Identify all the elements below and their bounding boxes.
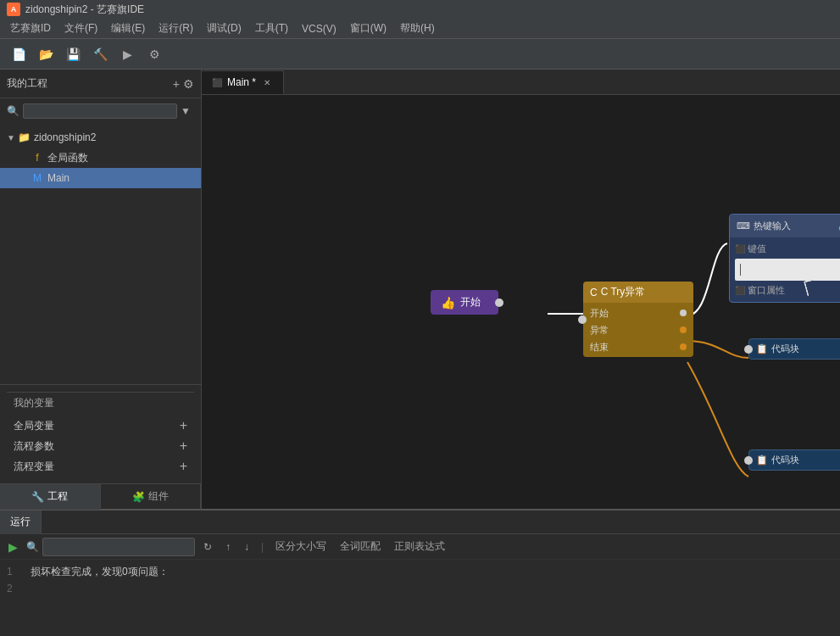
- add-item-button[interactable]: +: [173, 77, 180, 91]
- bottom-tab-run[interactable]: 运行: [0, 510, 42, 534]
- try-end-out-port[interactable]: [680, 343, 687, 350]
- tree-item-globalfunc[interactable]: f 全局函数: [0, 148, 201, 168]
- canvas[interactable]: 👍 开始 C C Try异常 开始 异常: [202, 95, 840, 509]
- node-code1[interactable]: 📋 代码块: [748, 338, 840, 360]
- hotkey-actions: 🔗 ⋮: [832, 218, 840, 234]
- code2-input-port[interactable]: [744, 456, 753, 465]
- toolbar-save-btn[interactable]: 💾: [61, 42, 85, 66]
- try-header: C C Try异常: [583, 282, 693, 303]
- tab-close-button[interactable]: ✕: [261, 76, 273, 88]
- try-start-label: 开始: [590, 307, 609, 320]
- component-tab-label: 组件: [148, 489, 169, 504]
- case-sensitive-btn[interactable]: 区分大小写: [270, 538, 331, 556]
- run-line-text-1: 损坏检查完成，发现0项问题：: [31, 563, 169, 580]
- folder-icon: 📁: [17, 131, 31, 144]
- tab-main[interactable]: ⬛ Main * ✕: [202, 70, 284, 94]
- try-body: 开始 异常 结束: [583, 303, 693, 357]
- hotkey-icon: ⌨: [737, 220, 750, 232]
- menu-item-vcs[interactable]: VCS(V): [295, 21, 343, 36]
- menu-item-debug[interactable]: 调试(D): [200, 20, 248, 37]
- var-global-label: 全局变量: [14, 419, 54, 433]
- sidebar-tab-project[interactable]: 🔧 工程: [0, 484, 101, 510]
- node-start[interactable]: 👍 开始: [431, 290, 498, 315]
- bottom-tabs: 运行: [0, 510, 840, 534]
- tree-root[interactable]: ▼ 📁 zidongshipin2: [0, 127, 201, 148]
- cursor-blink: [740, 264, 741, 276]
- var-row-global: 全局变量 +: [7, 416, 194, 436]
- titlebar: A zidongshipin2 - 艺赛旗IDE: [0, 0, 840, 19]
- node-try[interactable]: C C Try异常 开始 异常 结束: [583, 282, 693, 357]
- search-input[interactable]: [23, 103, 177, 119]
- app-logo: A: [7, 3, 20, 16]
- code2-header: 📋 代码块: [749, 450, 840, 470]
- try-start-out-port[interactable]: [680, 310, 687, 316]
- arrow-up-button[interactable]: ↑: [220, 539, 236, 555]
- var-flow-label: 流程变量: [14, 460, 54, 474]
- try-end-label: 结束: [590, 341, 609, 354]
- toolbar-new-btn[interactable]: 📄: [7, 42, 31, 66]
- run-line-num-2: 2: [7, 580, 24, 597]
- whole-word-btn[interactable]: 全词匹配: [335, 538, 386, 556]
- run-line-1: 1 损坏检查完成，发现0项问题：: [7, 563, 833, 580]
- run-search-input[interactable]: [42, 538, 195, 556]
- menu-item-run[interactable]: 运行(R): [152, 20, 200, 37]
- refresh-button[interactable]: ↻: [198, 539, 217, 555]
- add-global-var-btn[interactable]: +: [180, 418, 187, 433]
- sidebar-tab-component[interactable]: 🧩 组件: [101, 484, 202, 510]
- start-icon: 👍: [441, 296, 455, 310]
- regex-btn[interactable]: 正则表达式: [389, 538, 450, 556]
- add-param-btn[interactable]: +: [180, 438, 187, 454]
- try-port-end: 结束: [583, 338, 693, 355]
- var-param-label: 流程参数: [14, 439, 54, 454]
- menubar: 艺赛旗ID 文件(F) 编辑(E) 运行(R) 调试(D) 工具(T) VCS(…: [0, 19, 840, 39]
- app-title: zidongshipin2 - 艺赛旗IDE: [25, 3, 144, 17]
- menu-item-help[interactable]: 帮助(H): [393, 20, 442, 37]
- project-title: 我的工程: [7, 76, 173, 91]
- main-layout: 我的工程 + ⚙ 🔍 ▼ ▼ 📁 zidongshipin2 f 全局函数: [0, 70, 840, 509]
- tree-root-label: zidongshipin2: [34, 131, 96, 143]
- run-play-btn[interactable]: ▶: [3, 538, 23, 555]
- run-content: 1 损坏检查完成，发现0项问题： 2: [0, 560, 840, 636]
- menu-item-id[interactable]: 艺赛旗ID: [3, 20, 58, 37]
- menu-item-tools[interactable]: 工具(T): [248, 20, 295, 37]
- variables-panel: 我的变量 全局变量 + 流程参数 + 流程变量 +: [0, 384, 201, 483]
- menu-item-window[interactable]: 窗口(W): [343, 20, 393, 37]
- hotkey-input-area[interactable]: [735, 259, 840, 281]
- menu-item-edit[interactable]: 编辑(E): [104, 20, 152, 37]
- toolbar-run-btn[interactable]: ▶: [115, 42, 139, 66]
- search-icon-run: 🔍: [26, 541, 39, 553]
- toolbar-build-btn[interactable]: 🔨: [88, 42, 112, 66]
- func-icon: f: [31, 151, 44, 165]
- project-settings-button[interactable]: ⚙: [183, 77, 194, 91]
- node-code2[interactable]: 📋 代码块: [748, 449, 840, 471]
- toolbar-settings-btn[interactable]: ⚙: [142, 42, 166, 66]
- try-port-exception: 异常: [583, 321, 693, 338]
- project-tab-icon: 🔧: [31, 491, 44, 503]
- try-exception-out-port[interactable]: [680, 326, 687, 333]
- code2-icon: 📋: [756, 455, 768, 466]
- search-icon: 🔍: [7, 105, 19, 117]
- project-tab-label: 工程: [47, 489, 68, 504]
- tab-main-icon: ⬛: [212, 78, 222, 87]
- filter-button[interactable]: ▼: [177, 103, 194, 120]
- node-hotkey[interactable]: ⌨ 热键输入 🔗 ⋮ ⬛ 键值: [729, 214, 840, 303]
- hotkey-body: ⬛ 键值 ⬛ 窗口属性: [730, 237, 840, 302]
- toolbar: 📄 📂 💾 🔨 ▶ ⚙: [0, 39, 840, 70]
- run-line-2: 2: [7, 580, 833, 597]
- menu-item-file[interactable]: 文件(F): [58, 20, 104, 37]
- code1-input-port[interactable]: [744, 345, 753, 354]
- start-output-port[interactable]: [495, 298, 503, 307]
- arrow-down-button[interactable]: ↓: [239, 539, 254, 555]
- project-header: 我的工程 + ⚙: [0, 70, 201, 98]
- start-label: 开始: [460, 295, 481, 310]
- tree-item-main[interactable]: M Main: [0, 168, 201, 188]
- run-tab-label: 运行: [10, 515, 31, 529]
- search-bar: 🔍 ▼: [0, 98, 201, 124]
- try-input-port[interactable]: [578, 315, 587, 324]
- tree-item-globalfunc-label: 全局函数: [47, 151, 88, 165]
- content-area: ⬛ Main * ✕ 👍 开始: [202, 70, 840, 509]
- toolbar-open-btn[interactable]: 📂: [34, 42, 58, 66]
- run-line-num-1: 1: [7, 563, 24, 580]
- add-flow-var-btn[interactable]: +: [180, 459, 187, 474]
- bottom-section: 运行 ▶ 🔍 ↻ ↑ ↓ | 区分大小写 全词匹配 正则表达式 1 损坏检查完成…: [0, 509, 840, 636]
